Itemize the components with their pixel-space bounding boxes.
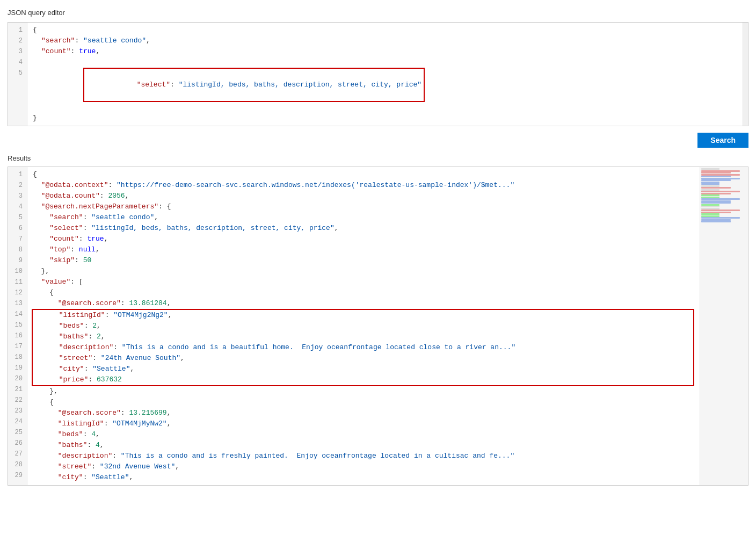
editor-code-area: 1 2 3 4 5 { "search": "seattle condo", "… <box>8 23 748 126</box>
rln-20: 20 <box>8 373 27 384</box>
result-line-16: "baths": 2, <box>34 331 692 342</box>
editor-scrollbar[interactable] <box>743 23 748 126</box>
rln-12: 12 <box>8 287 27 298</box>
rln-21: 21 <box>8 384 27 395</box>
editor-container: 1 2 3 4 5 { "search": "seattle condo", "… <box>8 22 748 126</box>
results-code-content[interactable]: { "@odata.context": "https://free-demo-s… <box>27 167 700 485</box>
result-line-14: "listingId": "OTM4Mjg2Ng2", <box>34 310 692 321</box>
result-line-17: "description": "This is a condo and is a… <box>34 342 692 353</box>
results-area: 1 2 3 4 5 6 7 8 9 10 11 12 13 14 15 16 1… <box>8 167 748 485</box>
result-line-27: "description": "This is a condo and is f… <box>33 451 694 461</box>
editor-line-5: } <box>33 113 737 124</box>
result-line-1: { <box>33 169 694 180</box>
rln-18: 18 <box>8 352 27 363</box>
result-line-4: "@search.nextPageParameters": { <box>33 201 694 212</box>
editor-line-3: "count": true, <box>33 46 737 57</box>
result-line-10: }, <box>33 266 694 277</box>
result-line-6: "select": "listingId, beds, baths, descr… <box>33 223 694 234</box>
rln-26: 26 <box>8 438 27 449</box>
result-line-20: "price": 637632 <box>34 374 692 385</box>
editor-line-num-1: 1 <box>8 25 27 35</box>
result-line-23: "@search.score": 13.215699, <box>33 408 694 418</box>
editor-line-1: { <box>33 25 737 35</box>
editor-line-4: "select": "listingId, beds, baths, descr… <box>33 57 737 113</box>
editor-line-num-3: 3 <box>8 46 27 57</box>
result-line-7: "count": true, <box>33 234 694 244</box>
result-line-24: "listingId": "OTM4MjMyNw2", <box>33 418 694 429</box>
editor-title: JSON query editor <box>0 5 756 20</box>
rln-9: 9 <box>8 255 27 266</box>
rln-1: 1 <box>8 169 27 180</box>
rln-29: 29 <box>8 470 27 481</box>
rln-17: 17 <box>8 341 27 352</box>
result-line-11: "value": [ <box>33 277 694 287</box>
result-line-29: "city": "Seattle", <box>33 472 694 483</box>
result-line-5: "search": "seattle condo", <box>33 212 694 223</box>
editor-line-num-5: 5 <box>8 68 27 78</box>
rln-22: 22 <box>8 395 27 406</box>
result-line-2: "@odata.context": "https://free-demo-sea… <box>33 180 694 191</box>
rln-24: 24 <box>8 416 27 427</box>
rln-10: 10 <box>8 266 27 277</box>
editor-code-content[interactable]: { "search": "seattle condo", "count": tr… <box>27 23 743 126</box>
rln-2: 2 <box>8 180 27 191</box>
editor-line-num-4: 4 <box>8 57 27 68</box>
rln-27: 27 <box>8 449 27 459</box>
rln-16: 16 <box>8 330 27 341</box>
rln-6: 6 <box>8 223 27 234</box>
rln-3: 3 <box>8 191 27 201</box>
result-line-19: "city": "Seattle", <box>34 364 692 374</box>
rln-8: 8 <box>8 244 27 255</box>
result-line-3: "@odata.count": 2056, <box>33 191 694 201</box>
search-button-area: Search <box>0 128 756 152</box>
rln-7: 7 <box>8 234 27 244</box>
search-button[interactable]: Search <box>697 133 748 148</box>
page-container: JSON query editor 1 2 3 4 5 { "search": … <box>0 0 756 549</box>
result-line-26: "baths": 4, <box>33 440 694 451</box>
result-line-8: "top": null, <box>33 244 694 255</box>
results-container: 1 2 3 4 5 6 7 8 9 10 11 12 13 14 15 16 1… <box>8 167 748 486</box>
rln-23: 23 <box>8 406 27 416</box>
rln-13: 13 <box>8 298 27 309</box>
result-line-28: "street": "32nd Avenue West", <box>33 461 694 472</box>
editor-line-2: "search": "seattle condo", <box>33 35 737 46</box>
results-title: Results <box>0 152 756 164</box>
rln-28: 28 <box>8 459 27 470</box>
result-line-13: "@search.score": 13.861284, <box>33 298 694 309</box>
result-line-15: "beds": 2, <box>34 321 692 331</box>
result-line-21: }, <box>33 386 694 397</box>
mini-preview <box>700 167 748 485</box>
rln-4: 4 <box>8 201 27 212</box>
rln-15: 15 <box>8 320 27 330</box>
editor-line-numbers: 1 2 3 4 5 <box>8 23 27 126</box>
result-line-22: { <box>33 397 694 408</box>
editor-line-num-2: 2 <box>8 35 27 46</box>
rln-14: 14 <box>8 309 27 320</box>
rln-19: 19 <box>8 363 27 373</box>
result-line-9: "skip": 50 <box>33 255 694 266</box>
rln-11: 11 <box>8 277 27 287</box>
mini-preview-content <box>700 167 748 224</box>
rln-25: 25 <box>8 427 27 438</box>
rln-5: 5 <box>8 212 27 223</box>
result-line-25: "beds": 4, <box>33 429 694 440</box>
result-highlight-box: "listingId": "OTM4Mjg2Ng2", "beds": 2, "… <box>32 309 694 386</box>
result-line-18: "street": "24th Avenue South", <box>34 353 692 364</box>
results-line-numbers: 1 2 3 4 5 6 7 8 9 10 11 12 13 14 15 16 1… <box>8 167 27 485</box>
result-line-12: { <box>33 287 694 298</box>
